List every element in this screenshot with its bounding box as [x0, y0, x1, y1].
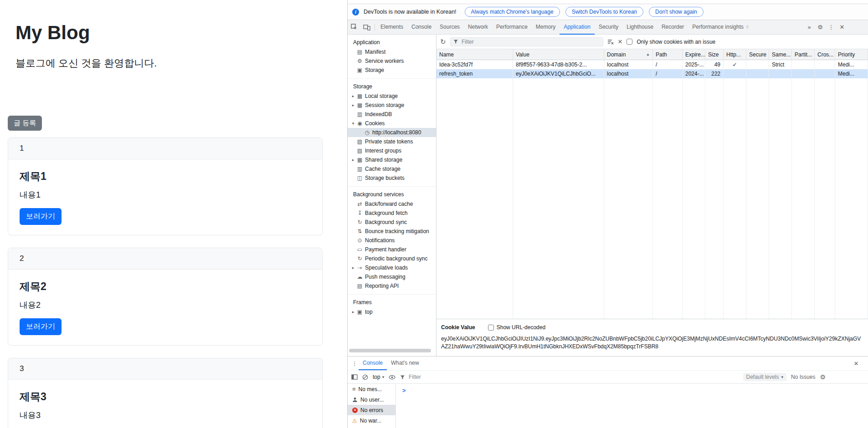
tree-item[interactable]: ↻Background sync: [348, 218, 436, 227]
console-filter-input[interactable]: [408, 373, 739, 381]
cookie-cell-priority[interactable]: Medi...: [835, 69, 868, 78]
cookie-cell-cross[interactable]: [815, 60, 835, 69]
infobar-button-3[interactable]: Don't show again: [649, 7, 704, 17]
cookie-cell-priority[interactable]: Medi...: [835, 60, 868, 69]
cookie-cell-cross[interactable]: [815, 69, 835, 78]
column-header[interactable]: Same...: [769, 49, 792, 60]
cookie-cell-httponly[interactable]: [724, 69, 746, 78]
tab-memory[interactable]: Memory: [532, 20, 560, 35]
console-context-selector[interactable]: top ▾: [373, 374, 384, 380]
infobar-button-1[interactable]: Always match Chrome's language: [465, 7, 560, 17]
console-sidebar-toggle-icon[interactable]: [351, 374, 358, 380]
cookie-cell-httponly[interactable]: ✓: [724, 60, 746, 69]
url-decoded-checkbox[interactable]: [488, 325, 494, 331]
column-header[interactable]: Domain▲: [604, 49, 653, 60]
more-tabs-icon[interactable]: »: [804, 20, 815, 35]
column-header[interactable]: Secure: [746, 49, 769, 60]
new-post-button[interactable]: 글 등록: [8, 116, 42, 131]
console-filter-item[interactable]: No user...: [348, 394, 395, 405]
column-header[interactable]: Value: [513, 49, 604, 60]
tree-item[interactable]: ▾◉Cookies: [348, 119, 436, 128]
expand-arrow-icon[interactable]: ▸: [350, 103, 356, 107]
tab-network[interactable]: Network: [464, 20, 492, 35]
device-toolbar-icon[interactable]: [360, 20, 373, 35]
tree-item[interactable]: ▨Interest groups: [348, 146, 436, 155]
console-messages-area[interactable]: >: [396, 384, 868, 428]
view-post-button[interactable]: 보러가기: [20, 208, 62, 225]
cookie-cell-expires[interactable]: 2025-...: [683, 60, 705, 69]
expand-arrow-icon[interactable]: ▸: [350, 265, 356, 270]
tab-security[interactable]: Security: [595, 20, 622, 35]
tree-item[interactable]: ▤Reporting API: [348, 281, 436, 290]
clear-all-cookies-icon[interactable]: [607, 39, 614, 45]
column-header[interactable]: Size: [705, 49, 724, 60]
cookie-cell-expires[interactable]: 2024-...: [683, 69, 705, 78]
tree-item[interactable]: ▸▦Local storage: [348, 92, 436, 101]
tab-sources[interactable]: Sources: [436, 20, 464, 35]
tab-performance[interactable]: Performance: [492, 20, 532, 35]
tree-item[interactable]: ⊙Notifications: [348, 236, 436, 245]
tab-recorder[interactable]: Recorder: [657, 20, 688, 35]
issues-counter[interactable]: No Issues: [791, 374, 815, 380]
drawer-close-icon[interactable]: ✕: [851, 356, 862, 371]
tree-item[interactable]: ▭Payment handler: [348, 245, 436, 254]
drawer-tab-what-s-new[interactable]: What's new: [387, 357, 423, 370]
tree-item[interactable]: ▥Cache storage: [348, 164, 436, 173]
cookie-cell-path[interactable]: /: [653, 69, 683, 78]
column-header[interactable]: Path: [653, 49, 683, 60]
column-header[interactable]: Http...: [724, 49, 746, 60]
tree-item[interactable]: ▸▦Session storage: [348, 101, 436, 110]
cookie-cell-samesite[interactable]: Strict: [769, 60, 792, 69]
expand-arrow-icon[interactable]: ▾: [350, 121, 356, 126]
cookies-filter-field[interactable]: [450, 37, 603, 46]
cookie-cell-domain[interactable]: localhost: [604, 69, 653, 78]
expand-arrow-icon[interactable]: ▸: [350, 158, 356, 162]
tree-item[interactable]: ◷http://localhost:8080: [348, 128, 436, 137]
tree-item[interactable]: ☁Push messaging: [348, 272, 436, 281]
tree-item[interactable]: ⇅Bounce tracking mitigation: [348, 227, 436, 236]
tree-item[interactable]: ⚙Service workers: [348, 56, 436, 66]
expand-arrow-icon[interactable]: ▸: [350, 94, 356, 98]
clear-console-icon[interactable]: [362, 374, 368, 380]
cookie-cell-path[interactable]: /: [653, 60, 683, 69]
tree-item[interactable]: ↧Background fetch: [348, 209, 436, 218]
tab-console[interactable]: Console: [407, 20, 436, 35]
live-expression-eye-icon[interactable]: [389, 375, 395, 380]
tree-item[interactable]: ▤Manifest: [348, 47, 436, 56]
devtools-menu-icon[interactable]: ⋮: [826, 20, 837, 35]
settings-gear-icon[interactable]: ⚙: [815, 20, 826, 35]
cookie-cell-name[interactable]: Idea-3c52fd7f: [437, 60, 513, 69]
cookie-cell-name[interactable]: refresh_token: [437, 69, 513, 78]
console-filter-item[interactable]: iNo inf...: [348, 426, 395, 428]
cookie-cell-size[interactable]: 49: [705, 60, 724, 69]
tab-performance-insights[interactable]: Performance insights☝: [688, 20, 752, 35]
log-levels-dropdown[interactable]: Default levels ▾: [743, 373, 787, 381]
cookie-cell-value[interactable]: eyJ0eXAiOiJKV1QiLCJhbGciO...: [513, 69, 604, 78]
tree-item[interactable]: ▣Storage: [348, 66, 436, 75]
column-header[interactable]: Priority: [835, 49, 868, 60]
cookie-cell-samesite[interactable]: [769, 69, 792, 78]
cookie-cell-partition[interactable]: [792, 69, 815, 78]
tab-application[interactable]: Application: [560, 20, 595, 35]
console-settings-gear-icon[interactable]: ⚙: [820, 373, 826, 381]
view-post-button[interactable]: 보러가기: [20, 318, 62, 335]
cookie-cell-secure[interactable]: [746, 69, 769, 78]
console-filter-item[interactable]: ≡No mes...: [348, 384, 395, 394]
column-header[interactable]: Name: [437, 49, 513, 60]
column-header[interactable]: Partit...: [792, 49, 815, 60]
tree-item[interactable]: ⇄Back/forward cache: [348, 199, 436, 209]
drawer-menu-icon[interactable]: ⋮: [350, 356, 359, 371]
console-filter-item[interactable]: ⚠No war...: [348, 415, 395, 426]
cookie-cell-size[interactable]: 222: [705, 69, 724, 78]
cookies-filter-input[interactable]: [461, 38, 600, 46]
expand-arrow-icon[interactable]: ▸: [350, 310, 356, 314]
column-header[interactable]: Cros...: [815, 49, 835, 60]
cookie-cell-domain[interactable]: localhost: [604, 60, 653, 69]
tree-item[interactable]: ▸⇢Speculative loads: [348, 263, 436, 272]
tree-item[interactable]: ▸▦Shared storage: [348, 155, 436, 164]
inspect-element-icon[interactable]: [348, 20, 360, 35]
console-filter-item[interactable]: ✕No errors: [348, 405, 395, 415]
cookie-cell-secure[interactable]: [746, 60, 769, 69]
tree-item[interactable]: ◫Storage buckets: [348, 173, 436, 183]
only-issues-checkbox[interactable]: [627, 39, 632, 45]
